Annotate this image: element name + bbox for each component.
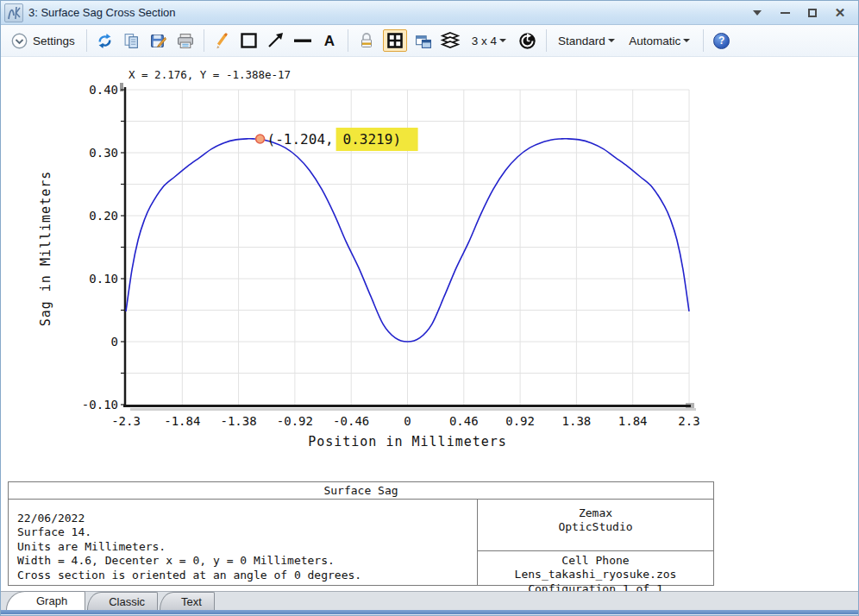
file-cell: Cell Phone Lens_takashi_ryosuke.zos Conf… xyxy=(478,551,714,586)
maximize-button[interactable] xyxy=(806,7,818,19)
grid-size-dropdown[interactable]: 3 x 4 xyxy=(467,29,511,52)
info-line-angle: Cross section is oriented at an angle of… xyxy=(17,569,477,582)
toolbar-divider xyxy=(204,29,204,52)
rectangle-icon xyxy=(240,32,259,49)
draw-rectangle-button[interactable] xyxy=(239,29,260,52)
surface-sag-chart[interactable]: 0.400.300.200.100-0.10-2.3-1.84-1.38-0.9… xyxy=(1,57,859,481)
help-button[interactable]: ? xyxy=(712,29,732,52)
line-icon xyxy=(293,32,312,49)
x-tick-label: -0.92 xyxy=(277,414,313,428)
settings-button[interactable]: Settings xyxy=(8,31,78,51)
info-line-units: Units are Millimeters. xyxy=(17,540,477,554)
dropdown-arrow-icon xyxy=(499,39,506,42)
y-tick-label: 0.10 xyxy=(89,272,118,286)
y-tick-label: 0.40 xyxy=(89,83,118,97)
brand-line-1: Zemax xyxy=(478,506,713,520)
cycle-icon xyxy=(518,32,536,50)
y-tick-label: 0.30 xyxy=(89,146,118,160)
x-tick-label: 0 xyxy=(404,414,411,428)
y-tick-label: 0.20 xyxy=(89,209,118,223)
window-title: 3: Surface Sag Cross Section xyxy=(28,6,751,19)
graph-panel[interactable]: 0.400.300.200.100-0.10-2.3-1.84-1.38-0.9… xyxy=(1,57,858,591)
toolbar-divider xyxy=(86,29,87,52)
window-tile-icon xyxy=(387,33,403,48)
print-button[interactable] xyxy=(175,29,196,52)
cursor-readout: X = 2.176, Y = -1.388e-17 xyxy=(129,68,291,81)
save-icon xyxy=(150,33,166,49)
y-axis-title: Sag in Millimeters xyxy=(38,171,53,327)
animate-button[interactable] xyxy=(517,29,538,52)
dropdown-arrow-icon xyxy=(608,39,615,42)
settings-label: Settings xyxy=(33,35,75,47)
standard-label: Standard xyxy=(558,35,605,47)
toolbar: Settings xyxy=(1,25,858,57)
annotation-text-prefix[interactable]: (-1.204, xyxy=(267,131,334,148)
tab-text[interactable]: Text xyxy=(160,592,215,610)
standard-dropdown[interactable]: Standard xyxy=(555,29,618,52)
info-line-width: Width = 4.6, Decenter x = 0, y = 0 Milli… xyxy=(17,554,477,568)
app-window: 3: Surface Sag Cross Section ✕ Settings xyxy=(0,0,859,616)
save-button[interactable] xyxy=(148,29,169,52)
info-table-details: 22/06/2022 Surface 14. Units are Millime… xyxy=(8,500,478,586)
refresh-icon xyxy=(97,33,113,49)
info-line-surface: Surface 14. xyxy=(17,525,477,539)
x-tick-label: 1.38 xyxy=(562,414,592,428)
data-marker[interactable] xyxy=(256,135,265,143)
layers-icon xyxy=(440,32,461,49)
y-tick-label: 0 xyxy=(111,335,118,349)
x-tick-label: 2.3 xyxy=(678,414,699,428)
brand-line-2: OpticStudio xyxy=(478,520,713,534)
close-icon: ✕ xyxy=(835,6,846,19)
y-tick-label: -0.10 xyxy=(82,398,118,412)
x-axis-shadow xyxy=(130,408,696,411)
grid-size-label: 3 x 4 xyxy=(472,35,497,47)
pencil-icon xyxy=(214,33,230,49)
title-bar: 3: Surface Sag Cross Section ✕ xyxy=(1,1,858,25)
annotate-pencil-button[interactable] xyxy=(212,29,233,52)
chevron-down-circle-icon xyxy=(11,33,28,49)
toolbar-divider xyxy=(703,29,704,52)
automatic-label: Automatic xyxy=(629,35,680,47)
refresh-button[interactable] xyxy=(95,29,116,52)
brand-cell: Zemax OpticStudio xyxy=(478,500,714,551)
x-tick-label: -2.3 xyxy=(111,414,141,428)
help-icon: ? xyxy=(713,33,730,49)
info-line-date: 22/06/2022 xyxy=(17,512,477,525)
window-menu-icon[interactable] xyxy=(751,7,763,19)
x-tick-label: -1.38 xyxy=(221,414,257,428)
minimize-button[interactable] xyxy=(779,7,791,19)
lock-button[interactable] xyxy=(356,29,377,52)
print-icon xyxy=(177,33,194,49)
automatic-dropdown[interactable]: Automatic xyxy=(624,29,695,52)
x-tick-label: 1.84 xyxy=(618,414,648,428)
tab-classic[interactable]: Classic xyxy=(87,592,158,610)
dropdown-arrow-icon xyxy=(683,39,690,42)
cascade-windows-button[interactable] xyxy=(413,29,434,52)
x-tick-label: 0.46 xyxy=(449,414,479,428)
arrow-icon xyxy=(266,32,285,49)
x-axis-title: Position in Millimeters xyxy=(308,434,507,449)
copy-icon xyxy=(123,33,140,49)
info-table-title: Surface Sag xyxy=(8,481,714,500)
draw-text-button[interactable]: A xyxy=(319,29,340,52)
toolbar-divider xyxy=(348,29,348,52)
copy-button[interactable] xyxy=(122,29,142,52)
lock-icon xyxy=(359,32,374,49)
draw-line-button[interactable] xyxy=(292,29,313,52)
x-tick-label: -0.46 xyxy=(333,414,369,428)
file-name: Cell Phone Lens_takashi_ryosuke.zos xyxy=(478,554,713,582)
x-tick-label: 0.92 xyxy=(505,414,535,428)
info-table: Surface Sag 22/06/2022 Surface 14. Units… xyxy=(8,481,714,586)
draw-arrow-button[interactable] xyxy=(266,29,286,52)
toolbar-divider xyxy=(546,29,547,52)
x-tick-label: -1.84 xyxy=(164,414,200,428)
tab-graph[interactable]: Graph xyxy=(6,591,85,610)
stack-layers-button[interactable] xyxy=(440,29,461,52)
text-tool-icon: A xyxy=(324,34,335,48)
view-tab-bar: Graph Classic Text xyxy=(1,591,858,610)
cascade-window-icon xyxy=(415,33,432,49)
close-button[interactable]: ✕ xyxy=(834,7,846,19)
annotation-text-highlight[interactable]: 0.3219) xyxy=(343,131,401,148)
tile-windows-button[interactable] xyxy=(383,29,407,52)
window-sag-icon xyxy=(4,3,23,22)
